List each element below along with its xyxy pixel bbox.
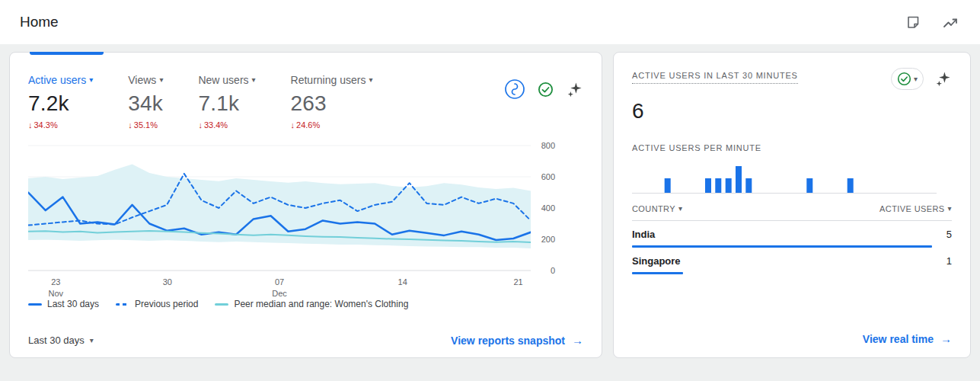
view-real-time-link[interactable]: View real time→ (863, 332, 952, 345)
date-range-label: Last 30 days (28, 335, 85, 346)
legend-previous-period: Previous period (116, 299, 198, 309)
overview-card: Active users▾ 7.2k ↓34.3% Views▾ 34k ↓35… (9, 52, 602, 358)
per-minute-label: ACTIVE USERS PER MINUTE (632, 143, 952, 152)
link-label: View real time (863, 333, 934, 345)
solid-line-swatch (28, 303, 42, 306)
down-arrow-icon: ↓ (28, 120, 33, 130)
legend-peer-median: Peer median and range: Women's Clothing (215, 299, 408, 309)
metric-delta-text: 24.6% (296, 120, 320, 130)
caret-down-icon: ▾ (89, 76, 93, 84)
metric-label: Views▾ (128, 74, 163, 86)
metric-label-text: Active users (28, 74, 86, 86)
down-arrow-icon: ↓ (198, 120, 203, 130)
realtime-controls: ▾ (891, 68, 952, 90)
metric-delta: ↓33.4% (198, 120, 255, 130)
country-header-label: COUNTRY (632, 204, 675, 213)
country-users-value: 1 (946, 255, 952, 267)
caret-down-icon: ▾ (252, 76, 256, 84)
table-row: Singapore 1 (632, 248, 952, 274)
metric-views[interactable]: Views▾ 34k ↓35.1% (128, 74, 163, 130)
metric-active-users[interactable]: Active users▾ 7.2k ↓34.3% (28, 74, 93, 130)
active-users-header-label: ACTIVE USERS (879, 204, 945, 213)
overview-card-footer: Last 30 days▾ View reports snapshot→ (28, 334, 583, 347)
row-line: India 5 (632, 229, 952, 240)
metric-value: 263 (291, 91, 373, 116)
date-range-select[interactable]: Last 30 days▾ (28, 335, 94, 346)
data-quality-dropdown[interactable]: ▾ (891, 68, 924, 90)
home-content: Active users▾ 7.2k ↓34.3% Views▾ 34k ↓35… (0, 44, 980, 358)
page-title: Home (20, 14, 59, 30)
right-arrow-icon: → (572, 334, 583, 347)
data-quality-check-icon[interactable] (538, 82, 554, 98)
insights-icon[interactable] (942, 14, 959, 30)
country-name: India (632, 229, 655, 240)
metric-label: New users▾ (198, 74, 255, 86)
benchmarking-icon[interactable] (504, 78, 525, 100)
active-users-count: 6 (632, 99, 952, 123)
metrics-row: Active users▾ 7.2k ↓34.3% Views▾ 34k ↓35… (28, 74, 583, 130)
caret-down-icon: ▾ (369, 76, 372, 84)
sort-active-users-header[interactable]: ACTIVE USERS▾ (879, 204, 952, 213)
realtime-footer: View real time→ (632, 332, 952, 345)
card-action-icons (504, 74, 583, 100)
legend-label: Peer median and range: Women's Clothing (234, 299, 408, 309)
per-minute-bar-chart (632, 158, 937, 194)
x-axis-labels: 23Nov3007Dec1421 (28, 271, 531, 297)
metric-label: Active users▾ (28, 74, 93, 86)
right-arrow-icon: → (940, 332, 952, 345)
sparkle-insights-icon[interactable] (566, 81, 583, 98)
realtime-card: ACTIVE USERS IN LAST 30 MINUTES ▾ 6 ACTI… (613, 52, 971, 358)
trend-chart-svg (28, 142, 531, 271)
active-tab-indicator (30, 52, 104, 55)
realtime-title: ACTIVE USERS IN LAST 30 MINUTES (632, 71, 798, 84)
legend-last-30-days: Last 30 days (28, 299, 99, 309)
realtime-header: ACTIVE USERS IN LAST 30 MINUTES ▾ (632, 68, 952, 90)
metric-delta-text: 34.3% (34, 120, 58, 130)
down-arrow-icon: ↓ (291, 120, 295, 130)
trend-chart: 23Nov3007Dec1421 0200400600800 (28, 142, 583, 297)
topbar-actions (905, 14, 959, 30)
y-axis-labels: 0200400600800 (531, 142, 564, 297)
sparkle-insights-icon[interactable] (934, 70, 952, 88)
metric-label-text: Views (128, 74, 156, 86)
chart-legend: Last 30 days Previous period Peer median… (28, 299, 583, 309)
teal-line-swatch (215, 303, 228, 306)
metric-label-text: Returning users (291, 74, 366, 86)
metric-value: 34k (128, 91, 163, 116)
caret-down-icon: ▾ (948, 205, 952, 213)
down-arrow-icon: ↓ (128, 120, 132, 130)
metric-delta-text: 33.4% (204, 120, 228, 130)
metric-label-text: New users (198, 74, 248, 86)
link-label: View reports snapshot (451, 335, 565, 347)
metric-delta: ↓35.1% (128, 120, 163, 130)
table-row: India 5 (632, 221, 952, 248)
caret-down-icon: ▾ (90, 337, 94, 344)
country-table-header: COUNTRY▾ ACTIVE USERS▾ (632, 204, 952, 221)
country-name: Singapore (632, 255, 681, 267)
metric-delta-text: 35.1% (134, 120, 158, 130)
caret-down-icon: ▾ (159, 76, 163, 84)
row-line: Singapore 1 (632, 255, 952, 267)
caret-down-icon: ▾ (914, 75, 918, 83)
metric-value: 7.2k (28, 91, 93, 116)
metric-value: 7.1k (198, 91, 255, 116)
top-bar: Home (0, 0, 980, 44)
dashed-line-swatch (116, 303, 129, 306)
legend-label: Previous period (135, 299, 198, 309)
sort-country-header[interactable]: COUNTRY▾ (632, 204, 682, 213)
legend-label: Last 30 days (47, 299, 99, 309)
view-reports-snapshot-link[interactable]: View reports snapshot→ (451, 334, 583, 347)
caret-down-icon: ▾ (678, 205, 682, 213)
metric-returning-users[interactable]: Returning users▾ 263 ↓24.6% (291, 74, 373, 130)
metric-new-users[interactable]: New users▾ 7.1k ↓33.4% (198, 74, 255, 130)
trend-chart-plot: 23Nov3007Dec1421 (28, 142, 531, 297)
notes-icon[interactable] (905, 14, 921, 30)
country-bar (632, 272, 683, 274)
country-bar-track (632, 272, 932, 274)
check-circle-icon (897, 72, 911, 86)
metric-delta: ↓34.3% (28, 120, 93, 130)
country-users-value: 5 (946, 229, 952, 240)
country-table: COUNTRY▾ ACTIVE USERS▾ India 5 Singapore… (632, 204, 952, 274)
metric-label: Returning users▾ (291, 74, 373, 86)
metric-delta: ↓24.6% (291, 120, 373, 130)
